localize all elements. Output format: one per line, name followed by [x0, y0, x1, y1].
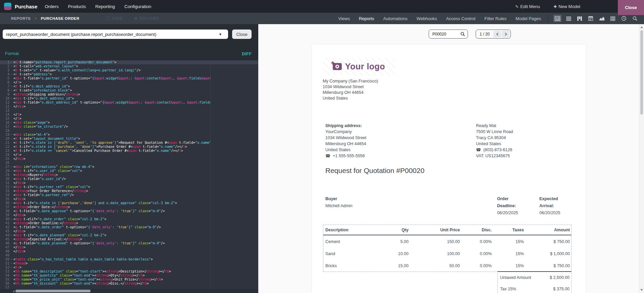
code-line[interactable]: 1▾<t t-name="purchase.report_purchaseord… — [0, 60, 258, 64]
pager-next-button[interactable] — [502, 31, 509, 38]
code-line[interactable]: 50▾ <table class="o_has_total_table tabl… — [0, 257, 258, 261]
code-line[interactable]: 14 </t> — [0, 113, 258, 117]
code-line[interactable]: 22 <t t-if="o.state in ['purchase', 'don… — [0, 145, 258, 149]
top-menu-orders[interactable]: Orders — [45, 4, 59, 9]
fold-toggle-icon[interactable]: ▾ — [9, 201, 13, 205]
top-menu-reporting[interactable]: Reporting — [95, 4, 115, 9]
code-line[interactable]: 10▾ <div t-if="o.dest_address_id"> — [0, 97, 258, 101]
code-line[interactable]: 27▾ <div id="informations" class="row mb… — [0, 165, 258, 169]
totals-table[interactable]: Untaxed Amount$ 2,500.00Tax 15%$ 375.00 — [497, 271, 572, 293]
code-line[interactable]: 19▾ <div class="mt-4"> — [0, 133, 258, 137]
kanban-view-icon[interactable] — [576, 15, 584, 22]
code-line[interactable]: 15 </t> — [0, 117, 258, 121]
code-line[interactable]: 18 — [0, 129, 258, 133]
document-title[interactable]: Request for Quotation #P00020 — [325, 167, 424, 175]
report-view-select[interactable]: report_purchaseorder_document (purchase.… — [3, 30, 228, 39]
code-line[interactable]: 12 </div> — [0, 105, 258, 109]
tab-webhooks[interactable]: Webhooks — [417, 16, 437, 21]
code-line[interactable]: 28▾ <div t-if="o.user_id" class="col"> — [0, 169, 258, 173]
discard-button[interactable]: ✖DISCARD — [134, 16, 159, 21]
code-line[interactable]: 36▾ <div t-if="o.state in ['purchase','d… — [0, 201, 258, 205]
fold-toggle-icon[interactable]: ▾ — [9, 121, 13, 125]
code-line[interactable]: 38 <p t-field="o.date_approve" t-options… — [0, 209, 258, 213]
top-menu-configuration[interactable]: Configuration — [124, 4, 151, 9]
code-line[interactable]: 44▾ <div t-if="o.date_planned" class="co… — [0, 233, 258, 237]
code-line[interactable]: 9 <strong>Shipping address</strong> — [0, 93, 258, 97]
format-button[interactable]: Format — [5, 51, 19, 56]
fold-toggle-icon[interactable]: ▾ — [9, 72, 13, 76]
code-line[interactable]: 53 <th name="th_description" class="text… — [0, 270, 258, 274]
new-model-button[interactable]: ✚New Model — [553, 4, 580, 9]
code-line[interactable]: 55 <th name="th_price_unit" class="text-… — [0, 278, 258, 282]
fold-toggle-icon[interactable]: ▾ — [9, 233, 13, 237]
search-icon[interactable] — [461, 32, 465, 36]
save-button[interactable]: SAVE — [106, 16, 123, 21]
pager-previous-button[interactable] — [493, 31, 501, 38]
activity-view-icon[interactable] — [620, 15, 628, 22]
search-view-icon[interactable] — [631, 15, 639, 22]
preview-vertical-scrollbar[interactable] — [639, 24, 644, 293]
code-line[interactable]: 39 </div> — [0, 213, 258, 217]
app-name[interactable]: Purchase — [15, 4, 38, 9]
tab-model-pages[interactable]: Model Pages — [516, 16, 541, 21]
tab-automations[interactable]: Automations — [383, 16, 407, 21]
fold-toggle-icon[interactable]: ▾ — [9, 133, 13, 137]
code-line[interactable]: 8▾ <t t-set="information_block"> — [0, 89, 258, 93]
code-line[interactable]: 43 </div> — [0, 229, 258, 233]
code-line[interactable]: 54 <th name="th_quantity" class="text-en… — [0, 274, 258, 278]
code-line[interactable]: 11 <div t-field="o.dest_address_id" t-op… — [0, 101, 258, 105]
calendar-view-icon[interactable] — [587, 15, 595, 22]
code-line[interactable]: 26 — [0, 161, 258, 165]
fold-toggle-icon[interactable]: ▾ — [9, 137, 13, 141]
order-lines-table[interactable]: DescriptionQtyUnit PriceDisc.TaxesAmount… — [323, 225, 572, 272]
code-line[interactable]: 56 <th name="th_discount" class="text-en… — [0, 282, 258, 286]
code-line[interactable]: 51▾ <thead> — [0, 261, 258, 266]
diff-toggle[interactable]: DIFF — [242, 52, 252, 56]
purchase-app-logo-icon[interactable] — [4, 3, 11, 10]
tab-access-control[interactable]: Access Control — [446, 16, 475, 21]
tab-reports[interactable]: Reports — [359, 16, 374, 21]
code-line[interactable]: 4▾ <t t-set="address"> — [0, 72, 258, 76]
code-line[interactable]: 25 </div> — [0, 157, 258, 161]
code-line[interactable]: 7▾ <t t-if="o.dest_address_id"> — [0, 84, 258, 89]
fold-toggle-icon[interactable]: ▾ — [9, 257, 13, 261]
graph-view-icon[interactable] — [598, 15, 606, 22]
code-line[interactable]: 35 </div> — [0, 197, 258, 201]
code-line[interactable]: 5 <div t-field="o.partner_id" t-options=… — [0, 76, 258, 80]
fold-toggle-icon[interactable]: ▾ — [9, 169, 13, 173]
code-line[interactable]: 52▾ <tr> — [0, 266, 258, 270]
code-line[interactable]: 17 <div class="oe_structure"/> — [0, 125, 258, 129]
code-line[interactable]: 29 <strong>Buyer</strong> — [0, 173, 258, 177]
record-search-box[interactable] — [429, 30, 468, 39]
buyer-block[interactable]: Buyer Mitchell Admin — [325, 195, 353, 210]
code-line[interactable]: 2▾ <t t-call="web.external_layout"> — [0, 64, 258, 68]
fold-toggle-icon[interactable]: ▾ — [9, 64, 13, 68]
scrollbar-thumb[interactable] — [640, 30, 643, 115]
edit-menu-button[interactable]: ✎Edit Menu — [515, 4, 540, 9]
xml-code-editor[interactable]: 1▾<t t-name="purchase.report_purchaseord… — [0, 60, 258, 293]
tab-views[interactable]: Views — [338, 16, 350, 21]
editor-horizontal-scrollbar[interactable]: ◀ — [0, 289, 258, 293]
code-line[interactable]: 34 <div t-field="o.partner_ref"/> — [0, 193, 258, 197]
form-view-icon[interactable] — [553, 15, 561, 22]
fold-toggle-icon[interactable]: ▾ — [9, 60, 13, 64]
code-line[interactable]: 13 — [0, 109, 258, 113]
order-deadline-block[interactable]: Order Deadline: 06/20/2025 — [497, 195, 518, 217]
code-line[interactable]: 37 <strong>Order Date:</strong> — [0, 205, 258, 209]
code-line[interactable]: 42 <p t-field="o.date_order" t-options="… — [0, 225, 258, 229]
code-line[interactable]: 49 — [0, 253, 258, 257]
company-address-block[interactable]: My Company (San Francisco)1034 Wildwood … — [323, 78, 378, 101]
fold-toggle-icon[interactable]: ▾ — [9, 165, 13, 169]
fold-toggle-icon[interactable]: ▾ — [9, 217, 13, 221]
expected-arrival-block[interactable]: Expected Arrival: 06/20/2025 — [539, 195, 560, 217]
top-menu-products[interactable]: Products — [68, 4, 86, 9]
fold-toggle-icon[interactable]: ▾ — [9, 89, 13, 93]
code-line[interactable]: 16▾ <div class="page"> — [0, 121, 258, 125]
scroll-down-icon[interactable] — [640, 289, 643, 291]
code-line[interactable]: 46 <p t-field="o.date_planned" t-options… — [0, 241, 258, 245]
code-line[interactable]: 30 <div t-field="o.user_id"/> — [0, 177, 258, 181]
code-line[interactable]: 23 <t t-if="o.state == 'cancel'">Cancell… — [0, 149, 258, 153]
code-line[interactable]: 40▾ <div t-elif="o.date_order" class="co… — [0, 217, 258, 221]
record-search-input[interactable] — [432, 32, 460, 37]
pivot-view-icon[interactable] — [609, 15, 617, 22]
